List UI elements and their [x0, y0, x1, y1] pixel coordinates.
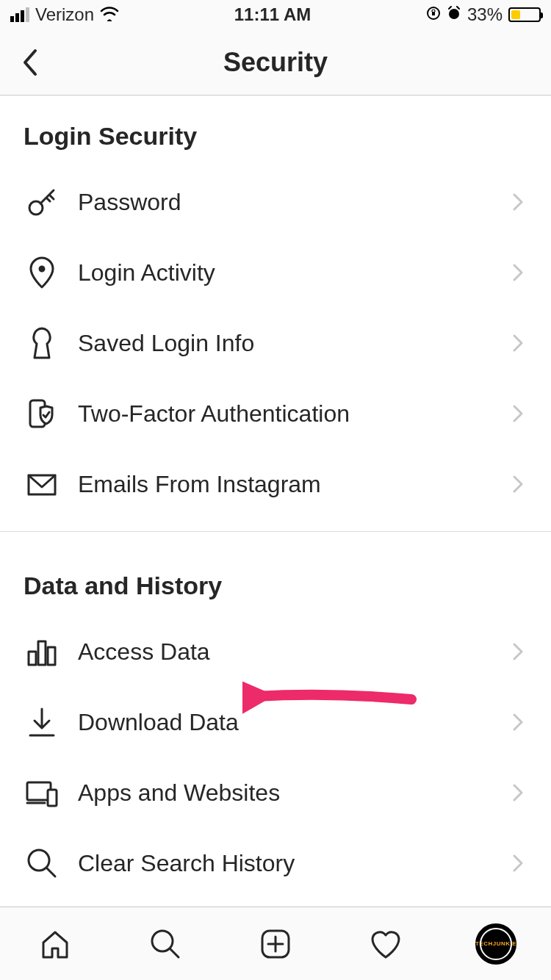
chevron-right-icon: [511, 403, 525, 424]
carrier-label: Verizon: [35, 4, 94, 25]
row-label: Password: [78, 189, 511, 216]
svg-rect-11: [48, 790, 57, 806]
profile-tab[interactable]: TECHJUNKIE: [475, 923, 516, 965]
svg-point-2: [449, 9, 459, 19]
heart-icon: [368, 926, 403, 962]
status-left: Verizon: [10, 4, 119, 26]
login-activity-row[interactable]: Login Activity: [0, 237, 551, 308]
row-label: Clear Search History: [78, 850, 511, 877]
clock: 11:11 AM: [234, 4, 311, 25]
row-label: Apps and Websites: [78, 779, 511, 807]
clear-search-history-row[interactable]: Clear Search History: [0, 828, 551, 898]
saved-login-info-row[interactable]: Saved Login Info: [0, 308, 551, 378]
bar-chart-icon: [24, 633, 60, 670]
mail-icon: [24, 466, 60, 502]
lock-rotation-icon: [426, 4, 441, 25]
apps-websites-row[interactable]: Apps and Websites: [0, 757, 551, 828]
access-data-row[interactable]: Access Data: [0, 616, 551, 687]
chevron-right-icon: [511, 333, 525, 353]
svg-point-4: [40, 267, 44, 271]
emails-row[interactable]: Emails From Instagram: [0, 449, 551, 519]
location-pin-icon: [24, 254, 60, 291]
back-button[interactable]: [0, 29, 59, 96]
row-label: Download Data: [78, 709, 511, 736]
signal-icon: [10, 7, 29, 22]
chevron-left-icon: [21, 48, 38, 77]
page-title: Security: [0, 47, 551, 78]
status-right: 33%: [426, 4, 541, 25]
tab-bar: TECHJUNKIE: [0, 907, 551, 980]
chevron-right-icon: [511, 712, 525, 732]
chevron-right-icon: [511, 192, 525, 212]
activity-tab[interactable]: [365, 923, 406, 965]
home-icon: [37, 926, 73, 962]
new-post-tab[interactable]: [255, 923, 296, 965]
key-icon: [24, 184, 60, 220]
search-icon: [24, 845, 60, 882]
plus-square-icon: [258, 926, 293, 962]
svg-point-12: [29, 850, 49, 871]
section-header-data-history: Data and History: [0, 545, 551, 616]
home-tab[interactable]: [35, 923, 76, 965]
two-factor-row[interactable]: Two-Factor Authentication: [0, 378, 551, 449]
row-label: Access Data: [78, 638, 511, 666]
row-label: Emails From Instagram: [78, 471, 511, 498]
chevron-right-icon: [511, 262, 525, 283]
section-header-login-security: Login Security: [0, 96, 551, 167]
profile-avatar-icon: TECHJUNKIE: [475, 923, 516, 965]
status-bar: Verizon 11:11 AM 33%: [0, 0, 551, 29]
alarm-icon: [447, 4, 461, 25]
svg-rect-7: [29, 652, 36, 665]
download-data-row[interactable]: Download Data: [0, 687, 551, 757]
section-divider: [0, 531, 551, 532]
profile-badge-text: TECHJUNKIE: [475, 940, 516, 947]
row-label: Login Activity: [78, 259, 511, 287]
battery-icon: [508, 7, 541, 22]
svg-point-13: [152, 931, 173, 951]
svg-rect-8: [38, 641, 46, 665]
svg-rect-9: [48, 647, 55, 665]
chevron-right-icon: [511, 853, 525, 873]
svg-rect-1: [432, 12, 435, 15]
battery-percent: 33%: [467, 4, 503, 25]
chevron-right-icon: [511, 474, 525, 494]
chevron-right-icon: [511, 782, 525, 803]
wifi-icon: [100, 4, 119, 26]
row-label: Saved Login Info: [78, 330, 511, 357]
row-label: Two-Factor Authentication: [78, 400, 511, 428]
keyhole-icon: [24, 325, 60, 361]
search-tab[interactable]: [145, 923, 186, 965]
search-icon: [148, 926, 183, 962]
nav-header: Security: [0, 29, 551, 96]
shield-phone-icon: [24, 395, 60, 432]
password-row[interactable]: Password: [0, 167, 551, 237]
download-icon: [24, 704, 60, 741]
chevron-right-icon: [511, 641, 525, 662]
devices-icon: [24, 774, 60, 811]
